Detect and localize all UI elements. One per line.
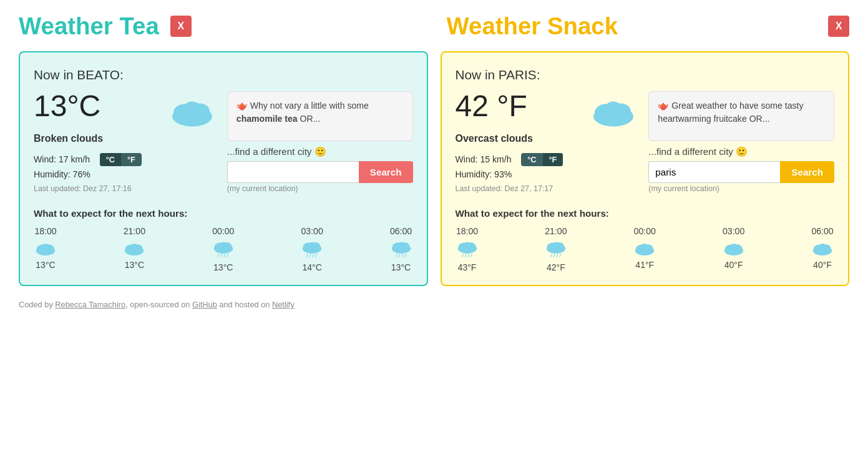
tea-close-button[interactable]: X [170,16,192,37]
snack-forecast-time-0: 18:00 [456,226,478,236]
snack-forecast-section: What to expect for the next hours: 18:00… [456,208,835,272]
tea-top-content: 13°C Broken clouds Wind: 17 km/h °C [34,91,413,197]
snack-unit-toggle: °C °F [521,153,563,166]
snack-top-content: 42 °F Overcast clouds Wind: 15 km/h °C [456,91,835,197]
tea-forecast-icon-4 [389,240,413,259]
header-row: Weather Tea X Weather Snack X [19,12,849,40]
snack-forecast-time-1: 21:00 [545,226,567,236]
snack-cloud-icon [588,94,638,128]
snack-left-col: 42 °F Overcast clouds Wind: 15 km/h °C [456,91,639,197]
tea-left-col: 13°C Broken clouds Wind: 17 km/h °C [34,91,217,197]
snack-forecast-4: 06:00 40°F [811,226,834,272]
tea-weather-details: Wind: 17 km/h °C °F Humidity: 76% Last u… [34,151,217,196]
tea-forecast-0: 18:00 13°C [34,226,57,272]
snack-forecast-temp-3: 40°F [724,260,743,270]
tea-forecast-row: 18:00 13°C 21:00 13°C 00:00 13°C [34,226,413,272]
tea-suggestion-bold: chamomile tea [237,114,298,124]
snack-forecast-row: 18:00 43°F 21:00 42°F 00:00 41°F [456,226,835,272]
tea-condition: Broken clouds [34,133,217,144]
tea-fahrenheit-button[interactable]: °F [121,153,142,166]
snack-forecast-temp-1: 42°F [547,262,565,272]
panels: Now in BEATO: 13°C Broken clouds [19,51,849,286]
tea-forecast-4: 06:00 13°C [389,226,413,272]
snack-forecast-icon-2 [633,240,656,256]
tea-last-updated: Last updated: Dez 27, 17:16 [34,182,217,196]
snack-forecast-icon-1 [544,240,568,259]
tea-temperature: 13°C [34,91,157,121]
snack-title: Weather Snack [447,12,618,40]
tea-forecast-icon-1 [122,240,146,256]
tea-forecast-icon-2 [212,240,235,259]
snack-right-col: 🫖 Great weather to have some tasty heart… [648,91,834,197]
snack-forecast-time-2: 00:00 [634,226,656,236]
snack-last-updated: Last updated: Dez 27, 17:17 [456,182,639,196]
snack-find-city: ...find a different city 🙂 [648,146,834,157]
tea-forecast-2: 00:00 13°C [212,226,235,272]
tea-forecast-icon-0 [34,240,57,256]
snack-forecast-temp-0: 43°F [458,262,477,272]
footer: Coded by Rebecca Tamachiro, open-sourced… [19,300,849,309]
tea-wind: Wind: 17 km/h °C °F [34,151,217,167]
snack-search-input[interactable] [648,161,780,183]
tea-forecast-temp-4: 13°C [391,262,411,272]
tea-forecast-time-2: 00:00 [212,226,234,236]
tea-forecast-time-4: 06:00 [390,226,412,236]
snack-suggestion-icon: 🫖 [658,101,669,111]
snack-fahrenheit-button[interactable]: °F [543,153,563,166]
snack-weather-top: 42 °F [456,91,639,128]
tea-header: Weather Tea X [19,12,422,40]
tea-forecast-time-0: 18:00 [34,226,56,236]
snack-forecast-3: 03:00 40°F [722,226,746,272]
snack-search-row: Search [648,161,834,183]
tea-right-col: 🫖 Why not vary a little with some chamom… [227,91,413,197]
tea-forecast-time-1: 21:00 [124,226,145,236]
snack-forecast-time-3: 03:00 [723,226,744,236]
tea-search-button[interactable]: Search [359,161,413,183]
tea-forecast-temp-2: 13°C [213,262,233,272]
snack-close-button[interactable]: X [828,16,849,37]
tea-celsius-button[interactable]: °C [100,153,121,166]
snack-forecast-0: 18:00 43°F [456,226,479,272]
tea-forecast-temp-1: 13°C [125,260,144,270]
snack-temperature: 42 °F [456,91,579,121]
snack-city-title: Now in PARIS: [456,67,835,82]
tea-search-row: Search [227,161,413,183]
tea-weather-top: 13°C [34,91,217,128]
snack-forecast-temp-4: 40°F [813,260,832,270]
tea-forecast-icon-3 [300,240,324,259]
footer-author-link[interactable]: Rebecca Tamachiro [55,300,125,309]
tea-forecast-time-3: 03:00 [301,226,323,236]
snack-search-button[interactable]: Search [780,161,834,183]
tea-forecast-3: 03:00 14°C [300,226,324,272]
snack-header: Weather Snack X [447,12,850,40]
tea-weather-main: 13°C [34,91,157,126]
snack-forecast-icon-0 [456,240,479,259]
snack-forecast-title: What to expect for the next hours: [456,208,835,219]
tea-unit-toggle: °C °F [100,153,142,166]
tea-forecast-section: What to expect for the next hours: 18:00… [34,208,413,272]
tea-forecast-temp-0: 13°C [36,260,55,270]
tea-humidity: Humidity: 76% [34,167,217,182]
snack-forecast-icon-3 [722,240,746,256]
snack-panel: Now in PARIS: 42 °F Overcast clouds [441,51,850,286]
tea-city-title: Now in BEATO: [34,67,413,82]
tea-suggestion-icon: 🫖 [237,101,248,111]
snack-forecast-1: 21:00 42°F [544,226,568,272]
app-container: Weather Tea X Weather Snack X Now in BEA… [19,12,849,309]
footer-github-link[interactable]: GitHub [192,300,217,309]
snack-my-location: (my current location) [648,184,834,193]
tea-title: Weather Tea [19,12,159,40]
tea-cloud-icon [167,94,217,128]
tea-suggestion-box: 🫖 Why not vary a little with some chamom… [227,91,413,141]
tea-forecast-1: 21:00 13°C [122,226,146,272]
snack-weather-details: Wind: 15 km/h °C °F Humidity: 93% Last u… [456,151,639,196]
snack-forecast-temp-2: 41°F [635,260,654,270]
tea-search-input[interactable] [227,161,359,183]
footer-netlify-link[interactable]: Netlify [272,300,295,309]
snack-celsius-button[interactable]: °C [521,153,542,166]
tea-forecast-title: What to expect for the next hours: [34,208,413,219]
snack-wind: Wind: 15 km/h °C °F [456,151,639,167]
tea-find-city: ...find a different city 🙂 [227,146,413,157]
snack-suggestion-box: 🫖 Great weather to have some tasty heart… [648,91,834,141]
tea-forecast-temp-3: 14°C [302,262,321,272]
